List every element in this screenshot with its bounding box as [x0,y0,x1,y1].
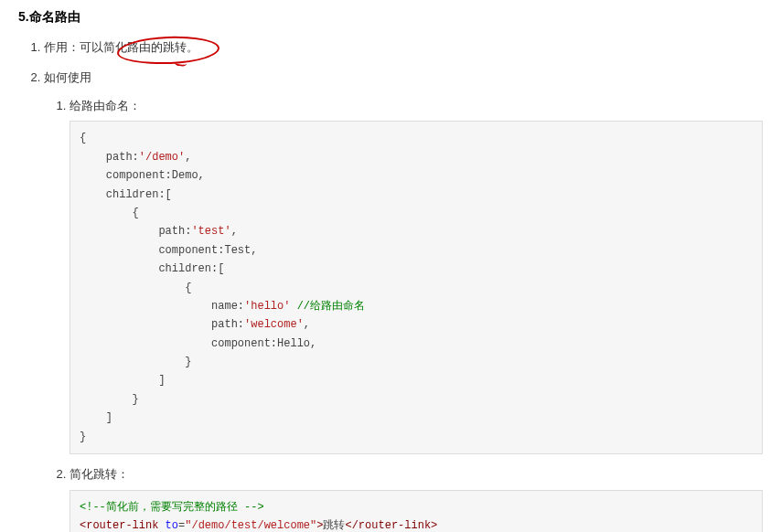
section-title: 5.命名路由 [18,9,763,26]
code-block-route-config: { path:'/demo', component:Demo, children… [70,121,763,454]
sub-item-simplify: 简化跳转： <!--简化前，需要写完整的路径 --> <router-link … [70,465,763,532]
sub-item-label: 简化跳转： [70,467,129,481]
item-howto: 如何使用 给路由命名： { path:'/demo', component:De… [44,69,763,532]
code-block-router-link: <!--简化前，需要写完整的路径 --> <router-link to="/d… [70,490,763,532]
outer-list: 作用：可以简化路由的跳转。 如何使用 给路由命名： { path:'/demo'… [18,38,763,532]
item-purpose: 作用：可以简化路由的跳转。 [44,38,763,58]
sub-item-label: 给路由命名： [70,99,141,112]
sub-item-naming: 给路由命名： { path:'/demo', component:Demo, c… [70,97,763,454]
item-label: 如何使用 [44,70,91,84]
item-label: 作用： [44,40,80,54]
item-text: 可以简化路由的跳转。 [80,40,198,54]
inner-list: 给路由命名： { path:'/demo', component:Demo, c… [44,97,763,532]
